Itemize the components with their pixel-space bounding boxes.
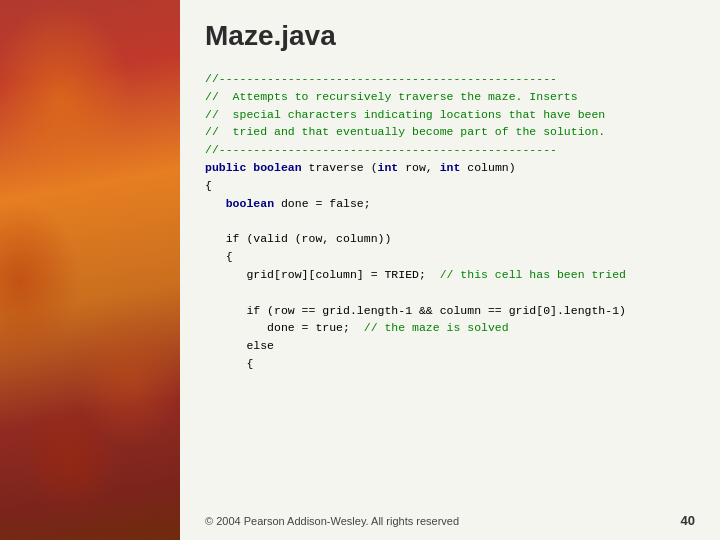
code-line-5: //--------------------------------------… — [205, 141, 695, 159]
code-line-14: if (row == grid.length-1 && column == gr… — [205, 302, 695, 320]
background-panel — [0, 0, 185, 540]
code-line-7: { — [205, 177, 695, 195]
code-line-1: //--------------------------------------… — [205, 70, 695, 88]
code-line-15: done = true; // the maze is solved — [205, 319, 695, 337]
footer: © 2004 Pearson Addison-Wesley. All right… — [180, 513, 720, 528]
code-line-9 — [205, 213, 695, 231]
code-line-12: grid[row][column] = TRIED; // this cell … — [205, 266, 695, 284]
code-line-4: // tried and that eventually become part… — [205, 123, 695, 141]
code-line-11: { — [205, 248, 695, 266]
code-line-16: else — [205, 337, 695, 355]
code-line-3: // special characters indicating locatio… — [205, 106, 695, 124]
code-line-2: // Attempts to recursively traverse the … — [205, 88, 695, 106]
footer-page-number: 40 — [681, 513, 695, 528]
code-line-13 — [205, 284, 695, 302]
code-line-6: public boolean traverse (int row, int co… — [205, 159, 695, 177]
code-line-10: if (valid (row, column)) — [205, 230, 695, 248]
footer-copyright: © 2004 Pearson Addison-Wesley. All right… — [205, 515, 459, 527]
code-line-17: { — [205, 355, 695, 373]
code-block: //--------------------------------------… — [205, 70, 695, 373]
code-line-8: boolean done = false; — [205, 195, 695, 213]
main-content: Maze.java //----------------------------… — [180, 0, 720, 540]
slide-title: Maze.java — [205, 20, 695, 52]
